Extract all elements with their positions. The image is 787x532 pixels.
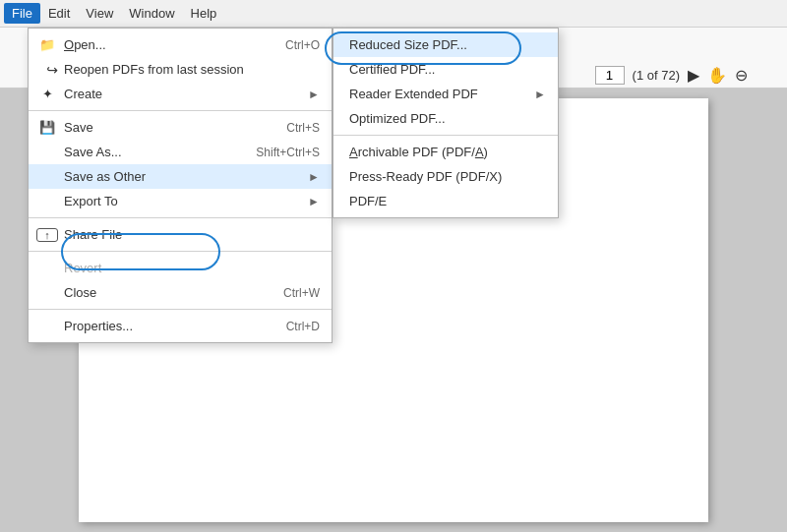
menu-item-exportto[interactable]: Export To ► (29, 189, 332, 213)
create-arrow: ► (308, 88, 320, 101)
arrow-cursor-icon: ▶ (688, 66, 699, 85)
share-label: Share File (64, 227, 122, 242)
menu-item-window[interactable]: Window (121, 3, 182, 24)
separator-3 (29, 251, 332, 252)
menu-item-help[interactable]: Help (183, 3, 225, 24)
saveother-arrow: ► (308, 170, 320, 184)
pressready-label: Press-Ready PDF (PDF/X) (349, 169, 502, 184)
menu-item-saveother[interactable]: Save as Other ► (29, 164, 332, 189)
save-label: Save (64, 120, 93, 135)
menu-item-saveas[interactable]: Save As... Shift+Ctrl+S (29, 140, 332, 164)
menu-item-file[interactable]: File (4, 3, 40, 24)
saveas-shortcut: Shift+Ctrl+S (236, 146, 320, 159)
save-shortcut: Ctrl+S (267, 121, 320, 135)
menu-item-open[interactable]: 📁 Open... Ctrl+O (29, 32, 332, 57)
share-icon: ↑ (36, 228, 58, 242)
submenu-item-pdfe[interactable]: PDF/E (333, 189, 558, 213)
menu-item-close[interactable]: Close Ctrl+W (29, 280, 332, 305)
close-label: Close (64, 285, 96, 300)
separator-4 (29, 309, 332, 310)
menu-item-save[interactable]: 💾 Save Ctrl+S (29, 115, 332, 140)
menu-item-edit[interactable]: Edit (40, 3, 78, 24)
reader-ext-arrow: ► (534, 88, 546, 101)
certified-label: Certified PDF... (349, 62, 435, 77)
open-label: Open... (64, 37, 106, 52)
page-total: (1 of 72) (633, 68, 680, 83)
open-icon: 📁 (36, 37, 58, 52)
close-shortcut: Ctrl+W (264, 286, 320, 300)
properties-shortcut: Ctrl+D (267, 320, 320, 333)
separator-2 (29, 217, 332, 218)
pagination-area: (1 of 72) ▶ ✋ ⊖ (595, 59, 748, 90)
menu-item-revert[interactable]: Revert (29, 256, 332, 280)
properties-label: Properties... (64, 319, 133, 333)
page-number-input[interactable] (595, 66, 625, 85)
menu-item-share[interactable]: ↑ Share File (29, 222, 332, 247)
exportto-arrow: ► (308, 195, 320, 208)
submenu-item-archivable[interactable]: Archivable PDF (PDF/A) (333, 140, 558, 164)
pdfe-label: PDF/E (349, 194, 387, 208)
create-icon: ✦ (36, 87, 58, 101)
reopen-icon: ↩ (36, 62, 58, 78)
reopen-label: Reopen PDFs from last session (64, 62, 244, 77)
menu-item-create[interactable]: ✦ Create ► (29, 82, 332, 106)
zoom-out-icon: ⊖ (735, 66, 748, 85)
file-dropdown-menu: 📁 Open... Ctrl+O ↩ Reopen PDFs from last… (28, 28, 333, 343)
submenu-separator-1 (333, 135, 558, 136)
menu-item-view[interactable]: View (78, 3, 121, 24)
save-icon: 💾 (36, 120, 58, 135)
save-other-submenu: Reduced Size PDF... Certified PDF... Rea… (333, 28, 559, 218)
revert-label: Revert (64, 261, 101, 275)
submenu-item-reader-ext[interactable]: Reader Extended PDF ► (333, 82, 558, 106)
submenu-item-certified[interactable]: Certified PDF... (333, 57, 558, 82)
optimized-label: Optimized PDF... (349, 111, 446, 126)
submenu-item-optimized[interactable]: Optimized PDF... (333, 106, 558, 131)
separator-1 (29, 110, 332, 111)
reader-ext-label: Reader Extended PDF (349, 87, 478, 101)
submenu-item-pressready[interactable]: Press-Ready PDF (PDF/X) (333, 164, 558, 189)
create-label: Create (64, 87, 102, 101)
menu-item-reopen[interactable]: ↩ Reopen PDFs from last session (29, 57, 332, 82)
open-shortcut: Ctrl+O (266, 38, 320, 52)
menubar: File Edit View Window Help (0, 0, 787, 28)
reduced-label: Reduced Size PDF... (349, 37, 467, 52)
archivable-label: Archivable PDF (PDF/A) (349, 145, 488, 159)
saveother-label: Save as Other (64, 169, 146, 184)
saveas-label: Save As... (64, 145, 122, 159)
menu-item-properties[interactable]: Properties... Ctrl+D (29, 314, 332, 338)
submenu-item-reduced[interactable]: Reduced Size PDF... (333, 32, 558, 57)
hand-icon: ✋ (707, 66, 727, 85)
exportto-label: Export To (64, 194, 118, 208)
